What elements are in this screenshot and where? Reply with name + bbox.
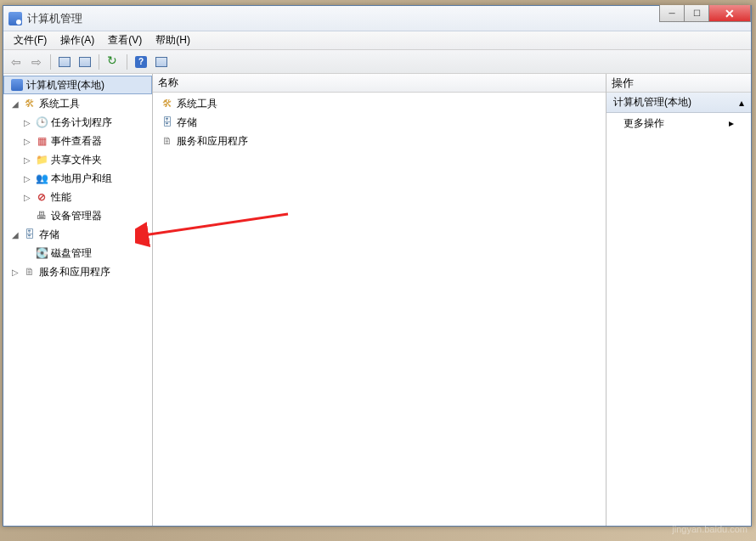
expand-toggle[interactable]: ▷: [22, 193, 32, 202]
tree-services-apps[interactable]: ▷ 🗎 服务和应用程序: [3, 262, 152, 281]
services-icon: 🗎: [161, 134, 174, 148]
tree-device-manager[interactable]: 🖶 设备管理器: [3, 206, 152, 225]
forward-button[interactable]: ⇨: [27, 53, 46, 71]
clock-icon: 🕒: [35, 116, 48, 129]
users-icon: 👥: [35, 172, 48, 185]
list-item-label: 存储: [177, 116, 197, 130]
expand-toggle[interactable]: ▷: [22, 137, 32, 146]
tree-label: 服务和应用程序: [39, 265, 110, 279]
list-item[interactable]: 🗎 服务和应用程序: [153, 132, 606, 150]
device-icon: 🖶: [35, 209, 48, 223]
menu-help[interactable]: 帮助(H): [149, 31, 197, 49]
arrow-right-icon: ⇨: [31, 55, 42, 69]
toolbar-separator: [50, 54, 51, 70]
action-pane: 操作 计算机管理(本地) ▴ 更多操作 ▸: [606, 74, 751, 526]
action-section-label: 计算机管理(本地): [613, 95, 691, 110]
expand-toggle[interactable]: ◢: [10, 99, 20, 109]
expand-toggle[interactable]: ▷: [22, 118, 32, 127]
properties-icon: [79, 57, 91, 67]
action-header-label: 操作: [612, 76, 634, 91]
list-item-label: 服务和应用程序: [177, 134, 248, 149]
tree-system-tools[interactable]: ◢ 🛠 系统工具: [3, 94, 152, 113]
tree-root[interactable]: 计算机管理(本地): [3, 76, 152, 94]
properties-button[interactable]: [76, 53, 94, 71]
tree-task-scheduler[interactable]: ▷ 🕒 任务计划程序: [3, 113, 152, 132]
tree-storage[interactable]: ◢ 🗄 存储: [3, 225, 152, 244]
window-title: 计算机管理: [27, 11, 82, 26]
minimize-button[interactable]: ─: [659, 5, 685, 22]
toolbar-separator: [99, 54, 99, 70]
toolbar: ⇦ ⇨ ?: [3, 50, 751, 74]
tree-label: 系统工具: [39, 97, 80, 111]
services-icon: 🗎: [23, 265, 37, 279]
action-more-label: 更多操作: [623, 116, 664, 131]
tree-event-viewer[interactable]: ▷ ▦ 事件查看器: [3, 132, 152, 150]
panel-icon: [155, 57, 167, 67]
refresh-icon: [107, 56, 119, 68]
arrow-left-icon: ⇦: [11, 55, 21, 69]
tree-panel-icon: [59, 57, 71, 67]
refresh-button[interactable]: [104, 53, 122, 71]
tree-pane[interactable]: 计算机管理(本地) ◢ 🛠 系统工具 ▷ 🕒 任务计划程序 ▷ ▦ 事件查看器 …: [3, 74, 153, 526]
tree-label: 计算机管理(本地): [26, 78, 104, 93]
action-section[interactable]: 计算机管理(本地) ▴: [606, 93, 751, 113]
performance-icon: ⊘: [35, 190, 48, 204]
menu-action[interactable]: 操作(A): [54, 31, 101, 49]
computer-management-window: 计算机管理 ─ ☐ ✕ 文件(F) 操作(A) 查看(V) 帮助(H) ⇦ ⇨ …: [3, 5, 752, 527]
list-body: 🛠 系统工具 🗄 存储 🗎 服务和应用程序: [153, 93, 606, 526]
list-pane[interactable]: 名称 🛠 系统工具 🗄 存储 🗎 服务和应用程序: [153, 74, 606, 526]
list-item-label: 系统工具: [177, 97, 217, 111]
tree-label: 设备管理器: [51, 209, 102, 223]
help-icon: ?: [135, 56, 147, 68]
action-pane-header: 操作: [606, 74, 751, 93]
chevron-right-icon: ▸: [729, 117, 734, 129]
tree-label: 共享文件夹: [51, 153, 102, 167]
toolbar-separator: [127, 54, 127, 70]
tree-label: 事件查看器: [51, 134, 102, 149]
window-controls: ─ ☐ ✕: [660, 5, 751, 22]
action-pane-button[interactable]: [152, 53, 171, 71]
expand-toggle[interactable]: ▷: [22, 155, 32, 165]
tools-icon: 🛠: [161, 97, 174, 110]
share-icon: 📁: [35, 153, 48, 166]
disk-icon: 💽: [35, 246, 48, 260]
storage-icon: 🗄: [161, 116, 174, 129]
expand-toggle[interactable]: ▷: [10, 268, 20, 277]
close-button[interactable]: ✕: [708, 5, 751, 22]
list-column-header[interactable]: 名称: [153, 74, 606, 93]
tree-label: 存储: [39, 228, 59, 242]
maximize-button[interactable]: ☐: [684, 5, 709, 22]
tree-performance[interactable]: ▷ ⊘ 性能: [3, 188, 152, 206]
computer-icon: [10, 78, 24, 92]
expand-toggle[interactable]: ◢: [10, 230, 20, 240]
collapse-icon: ▴: [739, 97, 744, 109]
tools-icon: 🛠: [23, 97, 37, 110]
help-button[interactable]: ?: [132, 53, 150, 71]
storage-icon: 🗄: [23, 228, 37, 241]
menu-view[interactable]: 查看(V): [101, 31, 149, 49]
list-item[interactable]: 🗄 存储: [153, 113, 606, 132]
action-more[interactable]: 更多操作 ▸: [606, 113, 751, 133]
menu-file[interactable]: 文件(F): [7, 31, 54, 49]
tree-label: 磁盘管理: [51, 246, 92, 261]
list-item[interactable]: 🛠 系统工具: [153, 94, 606, 113]
content-area: 计算机管理(本地) ◢ 🛠 系统工具 ▷ 🕒 任务计划程序 ▷ ▦ 事件查看器 …: [3, 74, 751, 526]
column-name: 名称: [158, 76, 178, 90]
tree-disk-management[interactable]: 💽 磁盘管理: [3, 244, 152, 262]
back-button[interactable]: ⇦: [7, 53, 25, 71]
menubar: 文件(F) 操作(A) 查看(V) 帮助(H): [3, 31, 751, 50]
tree-label: 任务计划程序: [51, 116, 112, 130]
titlebar[interactable]: 计算机管理 ─ ☐ ✕: [3, 6, 751, 31]
tree-local-users[interactable]: ▷ 👥 本地用户和组: [3, 169, 152, 188]
expand-toggle[interactable]: ▷: [22, 174, 32, 183]
show-hide-tree-button[interactable]: [55, 53, 74, 71]
tree-shared-folders[interactable]: ▷ 📁 共享文件夹: [3, 150, 152, 169]
tree-label: 性能: [51, 190, 71, 205]
app-icon: [8, 12, 22, 25]
event-icon: ▦: [35, 134, 48, 148]
tree-label: 本地用户和组: [51, 172, 112, 186]
